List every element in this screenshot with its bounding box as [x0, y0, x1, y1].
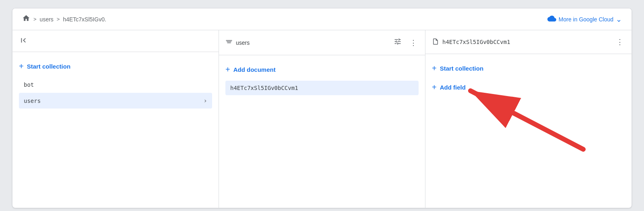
- panel2-header: users ⋮: [219, 30, 425, 55]
- collection-icon: [225, 38, 233, 47]
- breadcrumb-sep-1: >: [33, 16, 37, 22]
- panel2-title: users: [236, 40, 250, 46]
- home-icon[interactable]: [22, 14, 30, 24]
- cloud-icon: [547, 14, 556, 24]
- plus-icon-4: +: [432, 83, 437, 92]
- start-collection-button-panel3[interactable]: + Start collection: [432, 61, 483, 76]
- more-options-icon-panel2[interactable]: ⋮: [408, 37, 419, 49]
- panel1-header: [12, 30, 219, 52]
- breadcrumb-users[interactable]: users: [40, 16, 54, 23]
- chevron-right-icon: ›: [203, 97, 207, 104]
- panel3-header-left: h4ETc7xSl5IGv0bCCvm1: [432, 38, 510, 46]
- document-icon: [432, 38, 439, 46]
- collection-bot-label: bot: [24, 81, 34, 88]
- start-collection-label-3: Start collection: [440, 65, 483, 72]
- add-field-label: Add field: [440, 84, 466, 91]
- more-in-google-cloud-button[interactable]: More in Google Cloud ⌄: [547, 14, 622, 24]
- plus-icon-2: +: [225, 65, 230, 74]
- panel3-header-icons: ⋮: [615, 36, 625, 48]
- document-item-h4etc[interactable]: h4ETc7xSl5IGv0bCCvm1: [225, 81, 419, 95]
- panel2-header-icons: ⋮: [392, 36, 419, 49]
- add-document-label: Add document: [233, 66, 276, 73]
- filter-icon[interactable]: [392, 36, 403, 49]
- collection-item-users[interactable]: users ›: [19, 93, 212, 109]
- breadcrumb-sep-2: >: [57, 16, 60, 22]
- add-document-button[interactable]: + Add document: [225, 62, 276, 77]
- breadcrumb: > users > h4ETc7xSl5IGv0.: [22, 14, 106, 24]
- collection-users-label: users: [24, 98, 41, 104]
- panel-document-view: h4ETc7xSl5IGv0bCCvm1 ⋮ + Start collectio…: [425, 30, 632, 208]
- plus-icon-1: +: [19, 62, 24, 71]
- start-collection-button-panel1[interactable]: + Start collection: [19, 58, 70, 74]
- panel1-body: + Start collection bot users ›: [12, 52, 219, 208]
- more-options-icon-panel3[interactable]: ⋮: [615, 36, 625, 48]
- more-in-google-cloud-label: More in Google Cloud: [559, 16, 613, 23]
- breadcrumb-bar: > users > h4ETc7xSl5IGv0. More in Google…: [12, 8, 632, 30]
- panel3-title: h4ETc7xSl5IGv0bCCvm1: [442, 39, 510, 45]
- plus-icon-3: +: [432, 64, 437, 73]
- chevron-down-icon: ⌄: [616, 15, 622, 24]
- panels-container: + Start collection bot users ›: [12, 30, 632, 208]
- panel1-collapse-icon[interactable]: [19, 36, 28, 46]
- panel-root-collections: + Start collection bot users ›: [12, 30, 219, 208]
- panel2-header-left: users: [225, 38, 250, 47]
- breadcrumb-doc-id[interactable]: h4ETc7xSl5IGv0.: [63, 16, 106, 23]
- start-collection-label-1: Start collection: [27, 63, 70, 70]
- collection-item-bot[interactable]: bot: [19, 77, 212, 92]
- panel-users-collection: users ⋮ + Add document h4ET: [219, 30, 425, 208]
- panel3-body: + Start collection + Add field: [425, 54, 632, 208]
- panel3-header: h4ETc7xSl5IGv0bCCvm1 ⋮: [425, 30, 632, 54]
- doc-item-label: h4ETc7xSl5IGv0bCCvm1: [230, 85, 298, 91]
- panel2-body: + Add document h4ETc7xSl5IGv0bCCvm1: [219, 55, 425, 208]
- add-field-button[interactable]: + Add field: [432, 79, 466, 95]
